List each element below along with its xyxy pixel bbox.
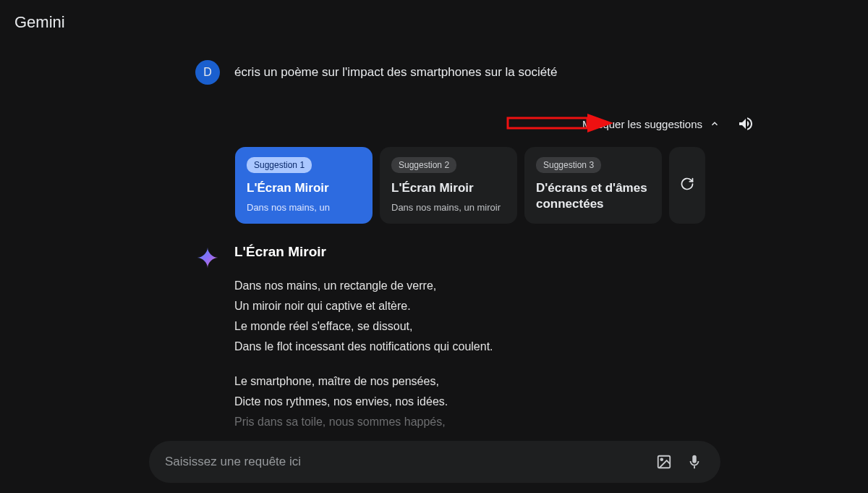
poem-line: Pris dans sa toile, nous sommes happés, (234, 412, 731, 432)
suggestion-title: L'Écran Miroir (247, 180, 361, 196)
svg-rect-4 (694, 466, 695, 469)
refresh-suggestions-button[interactable] (669, 147, 705, 224)
svg-rect-0 (508, 118, 587, 128)
gemini-star-icon (195, 245, 220, 270)
svg-point-3 (660, 458, 663, 460)
suggestion-controls: Masquer les suggestions (235, 114, 756, 134)
suggestion-card-1[interactable]: Suggestion 1 L'Écran Miroir Dans nos mai… (235, 147, 373, 224)
suggestion-snippet: Dans nos mains, un (247, 202, 361, 213)
response-title: L'Écran Miroir (234, 244, 731, 260)
app-title: Gemini (14, 13, 65, 32)
speaker-icon[interactable] (736, 114, 756, 134)
poem-line: Un miroir noir qui captive et altère. (234, 296, 731, 316)
poem-line: Le smartphone, maître de nos pensées, (234, 371, 731, 392)
suggestions-row: Suggestion 1 L'Écran Miroir Dans nos mai… (235, 147, 731, 224)
prompt-input-placeholder: Saisissez une requête ici (165, 455, 644, 469)
prompt-input-bar[interactable]: Saisissez une requête ici (149, 441, 720, 483)
poem-line: Dans le flot incessant des notifications… (234, 337, 731, 357)
suggestion-card-2[interactable]: Suggestion 2 L'Écran Miroir Dans nos mai… (380, 147, 517, 224)
poem-line: Dicte nos rythmes, nos envies, nos idées… (234, 392, 731, 412)
suggestion-badge: Suggestion 1 (247, 157, 312, 173)
hide-suggestions-button[interactable]: Masquer les suggestions (582, 118, 720, 130)
suggestion-title: L'Écran Miroir (391, 180, 506, 196)
assistant-response: L'Écran Miroir Dans nos mains, un rectan… (195, 244, 731, 447)
poem-line: Dans nos mains, un rectangle de verre, (234, 276, 731, 296)
user-prompt-row: D écris un poème sur l'impact des smartp… (195, 60, 731, 85)
conversation: D écris un poème sur l'impact des smartp… (195, 60, 731, 447)
poem-line: Le monde réel s'efface, se dissout, (234, 316, 731, 337)
user-prompt-text: écris un poème sur l'impact des smartpho… (234, 65, 557, 80)
poem-content: Dans nos mains, un rectangle de verre, U… (234, 276, 731, 432)
user-avatar: D (195, 60, 220, 85)
suggestion-badge: Suggestion 3 (536, 157, 601, 173)
image-upload-icon[interactable] (654, 452, 674, 472)
chevron-up-icon (710, 119, 720, 129)
suggestion-card-3[interactable]: Suggestion 3 D'écrans et d'âmes connecté… (524, 147, 662, 224)
response-body: L'Écran Miroir Dans nos mains, un rectan… (234, 244, 731, 447)
microphone-icon[interactable] (684, 452, 705, 472)
refresh-icon (680, 177, 694, 194)
suggestion-title: D'écrans et d'âmes connectées (536, 180, 650, 212)
suggestion-badge: Suggestion 2 (391, 157, 456, 173)
hide-suggestions-label: Masquer les suggestions (582, 118, 702, 130)
suggestion-snippet: Dans nos mains, un miroir (391, 202, 506, 213)
